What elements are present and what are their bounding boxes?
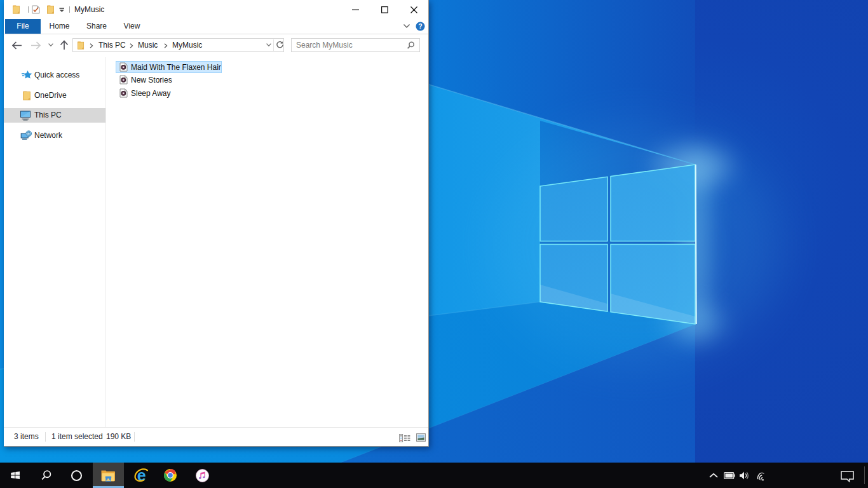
svg-text:?: ? bbox=[418, 22, 422, 30]
